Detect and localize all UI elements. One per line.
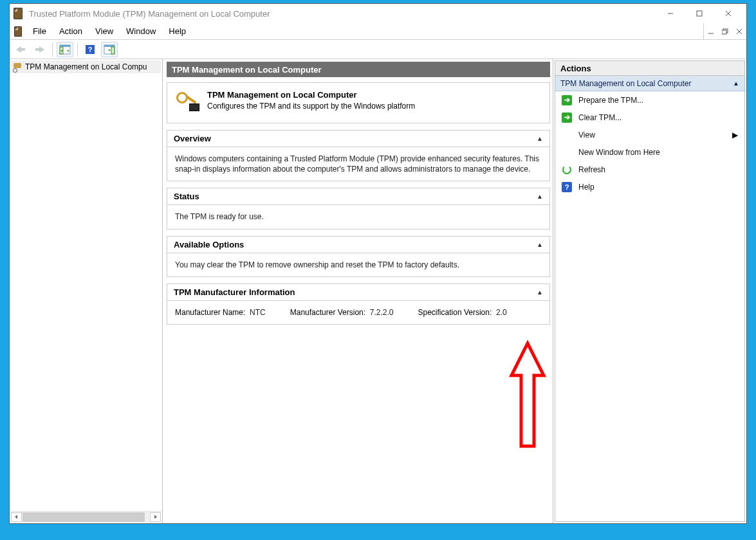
svg-marker-11 <box>39 46 44 53</box>
action-new-window[interactable]: New Window from Here <box>555 143 744 161</box>
app-icon <box>14 8 25 19</box>
tpm-node-icon <box>12 62 23 72</box>
action-label: Refresh <box>578 165 605 174</box>
menu-view[interactable]: View <box>89 23 120 39</box>
action-refresh[interactable]: Refresh <box>555 161 744 178</box>
manufacturer-header[interactable]: TPM Manufacturer Information ▲ <box>167 284 549 301</box>
action-label: Clear TPM... <box>578 113 622 122</box>
svg-marker-24 <box>15 515 17 519</box>
back-icon <box>15 45 26 54</box>
svg-rect-1 <box>697 11 702 16</box>
action-clear-tpm[interactable]: ➔ Clear TPM... <box>555 109 744 126</box>
tree-root-label: TPM Management on Local Compu <box>25 62 147 71</box>
manufacturer-body: Manufacturer Name: NTC Manufacturer Vers… <box>167 301 549 324</box>
mmc-window: Trusted Platform Module (TPM) Management… <box>9 3 747 524</box>
close-button[interactable] <box>714 4 742 22</box>
mfr-ver-label: Manufacturer Version: <box>290 308 365 317</box>
status-header[interactable]: Status ▲ <box>167 188 549 205</box>
overview-panel: Overview ▲ Windows computers containing … <box>167 130 550 181</box>
center-header: TPM Management on Local Computer <box>167 62 550 77</box>
collapse-icon: ▲ <box>537 289 543 296</box>
manufacturer-panel: TPM Manufacturer Information ▲ Manufactu… <box>167 284 550 325</box>
intro-text: TPM Management on Local Computer Configu… <box>207 89 415 114</box>
actions-group-header[interactable]: TPM Management on Local Computer ▲ <box>555 76 745 91</box>
options-title: Available Options <box>174 240 244 249</box>
help-button[interactable]: ? <box>82 42 98 57</box>
menu-action[interactable]: Action <box>53 23 89 39</box>
minimize-button[interactable] <box>656 4 685 22</box>
options-body: You may clear the TPM to remove ownershi… <box>167 253 549 276</box>
actions-group-label: TPM Management on Local Computer <box>560 79 691 88</box>
menubar: File Action View Window Help <box>10 23 746 40</box>
toolbar: ? <box>10 40 746 59</box>
menu-window[interactable]: Window <box>120 23 162 39</box>
overview-title: Overview <box>174 134 211 143</box>
doc-icon <box>11 23 25 39</box>
tree-root-item[interactable]: TPM Management on Local Compu <box>11 60 161 73</box>
actions-header: Actions <box>555 60 745 76</box>
close-icon <box>724 10 732 17</box>
blank-icon <box>562 147 572 158</box>
tree-pane: TPM Management on Local Compu <box>10 59 163 523</box>
maximize-button[interactable] <box>685 4 714 22</box>
mfr-spec-label: Specification Version: <box>418 308 492 317</box>
back-button[interactable] <box>12 42 29 57</box>
export-list-button[interactable] <box>101 42 118 57</box>
mfr-ver-value: 7.2.2.0 <box>370 308 394 317</box>
tree-hscrollbar[interactable] <box>11 511 161 522</box>
toolbar-divider-2 <box>77 42 78 57</box>
panes-icon <box>59 44 71 55</box>
minimize-icon <box>667 10 674 17</box>
mdi-restore-button[interactable] <box>718 24 732 39</box>
tree-content: TPM Management on Local Compu <box>11 60 161 511</box>
collapse-icon: ▲ <box>733 80 739 87</box>
actions-pane: Actions TPM Management on Local Computer… <box>553 59 746 523</box>
svg-rect-12 <box>35 48 40 51</box>
options-header[interactable]: Available Options ▲ <box>167 237 549 253</box>
show-hide-tree-button[interactable] <box>57 42 73 57</box>
svg-marker-9 <box>16 46 21 53</box>
export-icon <box>104 44 115 55</box>
status-body: The TPM is ready for use. <box>167 205 549 228</box>
options-panel: Available Options ▲ You may clear the TP… <box>167 236 550 277</box>
svg-rect-10 <box>21 48 25 51</box>
tpm-key-icon <box>176 92 198 114</box>
svg-rect-22 <box>111 47 115 54</box>
collapse-icon: ▲ <box>537 193 543 200</box>
mdi-close-button[interactable] <box>732 24 746 39</box>
mfr-name-value: NTC <box>250 308 266 317</box>
status-panel: Status ▲ The TPM is ready for use. <box>167 188 550 229</box>
scroll-right-button[interactable] <box>150 512 161 522</box>
maximize-icon <box>696 10 703 17</box>
menu-file[interactable]: File <box>26 23 53 39</box>
scroll-thumb[interactable] <box>23 512 145 522</box>
action-view[interactable]: View ▶ <box>555 126 744 143</box>
refresh-icon <box>562 165 572 175</box>
svg-marker-25 <box>154 515 157 519</box>
scroll-left-button[interactable] <box>11 512 22 522</box>
forward-icon <box>34 45 46 54</box>
actions-list: ➔ Prepare the TPM... ➔ Clear TPM... View… <box>555 91 745 522</box>
mdi-minimize-button[interactable] <box>704 24 718 39</box>
menu-help[interactable]: Help <box>162 23 192 39</box>
collapse-icon: ▲ <box>537 241 543 248</box>
status-title: Status <box>174 192 199 201</box>
arrow-right-icon: ➔ <box>562 113 572 123</box>
action-label: View <box>578 130 595 140</box>
svg-rect-6 <box>722 30 726 34</box>
overview-header[interactable]: Overview ▲ <box>167 130 549 147</box>
overview-body: Windows computers containing a Trusted P… <box>167 147 549 181</box>
blank-icon <box>562 130 572 140</box>
svg-text:?: ? <box>88 46 93 53</box>
action-label: Prepare the TPM... <box>578 96 643 105</box>
forward-button[interactable] <box>32 42 48 57</box>
mfr-spec-value: 2.0 <box>496 308 507 317</box>
action-prepare-tpm[interactable]: ➔ Prepare the TPM... <box>555 91 744 109</box>
action-label: New Window from Here <box>578 148 660 157</box>
window-title: Trusted Platform Module (TPM) Management… <box>29 9 656 19</box>
arrow-right-icon: ➔ <box>562 95 572 105</box>
help-icon: ? <box>85 44 95 55</box>
action-help[interactable]: ? Help <box>555 178 744 195</box>
intro-title: TPM Management on Local Computer <box>207 90 357 100</box>
submenu-arrow-icon: ▶ <box>732 130 738 140</box>
